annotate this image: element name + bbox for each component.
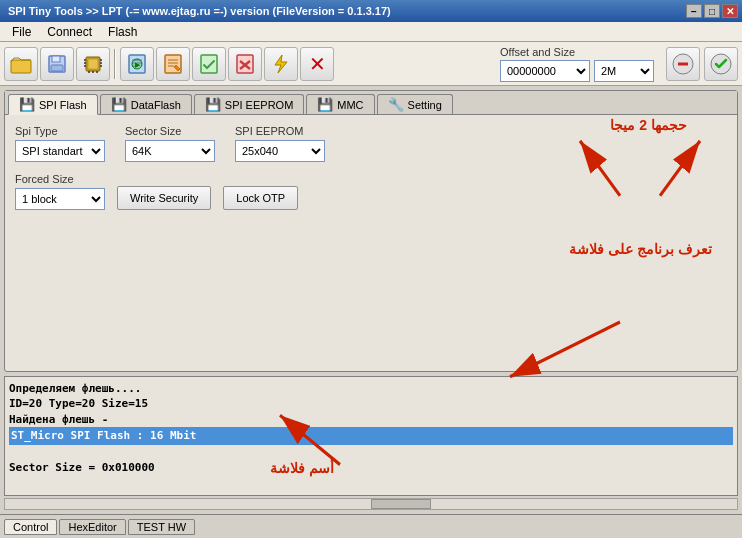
- menu-flash[interactable]: Flash: [100, 22, 145, 41]
- verify-button[interactable]: [192, 47, 226, 81]
- svg-marker-29: [275, 55, 287, 73]
- tab-mmc[interactable]: 💾 MMC: [306, 94, 374, 114]
- svg-rect-0: [11, 60, 31, 73]
- setting-tab-icon: 🔧: [388, 97, 404, 112]
- minimize-button[interactable]: −: [686, 4, 702, 18]
- svg-rect-2: [52, 56, 60, 62]
- save-button[interactable]: [40, 47, 74, 81]
- tab-dataflash[interactable]: 💾 DataFlash: [100, 94, 192, 114]
- title-bar: SPI Tiny Tools >> LPT (-= www.ejtag.ru =…: [0, 0, 742, 22]
- sector-size-label: Sector Size: [125, 125, 215, 137]
- offset-size-section: Offset and Size 00000000 2M 1M 4M 8M: [500, 46, 738, 82]
- tabs-panel: 💾 SPI Flash 💾 DataFlash 💾 SPI EEPROM 💾 M…: [4, 90, 738, 372]
- log-line-5: [9, 445, 733, 460]
- spi-type-label: Spi Type: [15, 125, 105, 137]
- spi-eeprom-tab-icon: 💾: [205, 97, 221, 112]
- title-bar-controls: − □ ✕: [686, 4, 738, 18]
- maximize-button[interactable]: □: [704, 4, 720, 18]
- svg-rect-25: [201, 55, 217, 73]
- spi-type-group: Spi Type SPI standart SPI fast SPI dual: [15, 125, 105, 162]
- tab-spi-flash[interactable]: 💾 SPI Flash: [8, 94, 98, 115]
- main-content: 💾 SPI Flash 💾 DataFlash 💾 SPI EEPROM 💾 M…: [0, 86, 742, 514]
- status-tab-testhw[interactable]: TEST HW: [128, 519, 195, 535]
- log-line-4: ST_Micro SPI Flash : 16 Mbit: [9, 427, 733, 444]
- forced-size-select[interactable]: 1 block 2 block 4 block: [15, 188, 105, 210]
- spi-eeprom-group: SPI EEPROM 25x040 25x080 25x160 25x320: [235, 125, 325, 162]
- svg-rect-5: [88, 59, 98, 69]
- log-area: Определяем флешь.... ID=20 Type=20 Size=…: [4, 376, 738, 496]
- forced-size-group: Forced Size 1 block 2 block 4 block: [15, 173, 105, 210]
- mmc-tab-icon: 💾: [317, 97, 333, 112]
- horizontal-scrollbar[interactable]: [4, 498, 738, 510]
- tab-setting[interactable]: 🔧 Setting: [377, 94, 453, 114]
- spi-flash-tab-icon: 💾: [19, 97, 35, 112]
- chip-button[interactable]: [76, 47, 110, 81]
- forced-size-row: Forced Size 1 block 2 block 4 block Writ…: [15, 172, 727, 210]
- erase-button[interactable]: [228, 47, 262, 81]
- log-line-3: Найдена флешь -: [9, 412, 733, 427]
- size-select[interactable]: 2M 1M 4M 8M: [594, 60, 654, 82]
- open-button[interactable]: [4, 47, 38, 81]
- cancel-button[interactable]: [666, 47, 700, 81]
- status-bar: Control HexEditor TEST HW: [0, 514, 742, 538]
- spi-eeprom-label: SPI EEPROM: [235, 125, 325, 137]
- sector-size-group: Sector Size 4K 32K 64K 256K: [125, 125, 215, 162]
- write-security-button[interactable]: Write Security: [117, 186, 211, 210]
- write-button[interactable]: [156, 47, 190, 81]
- spi-type-select[interactable]: SPI standart SPI fast SPI dual: [15, 140, 105, 162]
- log-line-1: Определяем флешь....: [9, 381, 733, 396]
- log-line-6: Sector Size = 0x010000: [9, 460, 733, 475]
- tabs-bar: 💾 SPI Flash 💾 DataFlash 💾 SPI EEPROM 💾 M…: [5, 91, 737, 115]
- close-button[interactable]: ✕: [722, 4, 738, 18]
- offset-size-label: Offset and Size: [500, 46, 654, 58]
- spi-eeprom-select[interactable]: 25x040 25x080 25x160 25x320: [235, 140, 325, 162]
- lock-otp-button[interactable]: Lock OTP: [223, 186, 298, 210]
- toolbar-sep-1: [114, 49, 116, 79]
- flash-button[interactable]: [264, 47, 298, 81]
- scrollbar-thumb[interactable]: [371, 499, 431, 509]
- app-window: SPI Tiny Tools >> LPT (-= www.ejtag.ru =…: [0, 0, 742, 538]
- sector-size-select[interactable]: 4K 32K 64K 256K: [125, 140, 215, 162]
- log-line-2: ID=20 Type=20 Size=15: [9, 396, 733, 411]
- dataflash-tab-icon: 💾: [111, 97, 127, 112]
- menu-file[interactable]: File: [4, 22, 39, 41]
- menu-bar: File Connect Flash: [0, 22, 742, 42]
- svg-rect-3: [51, 65, 63, 71]
- read-button[interactable]: ▶: [120, 47, 154, 81]
- status-tab-hexeditor[interactable]: HexEditor: [59, 519, 125, 535]
- offset-input[interactable]: 00000000: [500, 60, 590, 82]
- stop-button[interactable]: ✕: [300, 47, 334, 81]
- tab-spi-eeprom[interactable]: 💾 SPI EEPROM: [194, 94, 304, 114]
- status-tab-control[interactable]: Control: [4, 519, 57, 535]
- spi-type-row: Spi Type SPI standart SPI fast SPI dual …: [15, 125, 727, 162]
- tab-content-spi-flash: Spi Type SPI standart SPI fast SPI dual …: [5, 115, 737, 371]
- menu-connect[interactable]: Connect: [39, 22, 100, 41]
- toolbar: ▶ ✕ Offset and Size 00000000: [0, 42, 742, 86]
- forced-size-label: Forced Size: [15, 173, 105, 185]
- ok-button[interactable]: [704, 47, 738, 81]
- window-title: SPI Tiny Tools >> LPT (-= www.ejtag.ru =…: [4, 5, 391, 17]
